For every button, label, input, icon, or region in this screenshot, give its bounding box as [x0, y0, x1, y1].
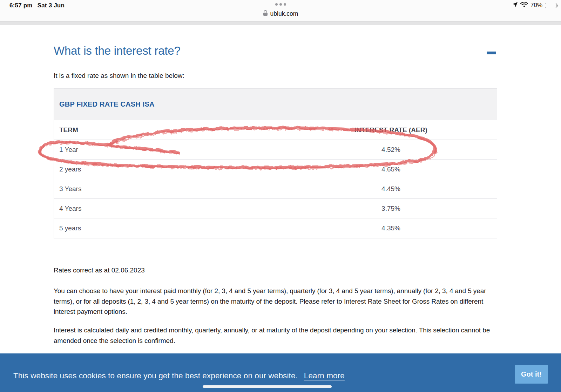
interest-calculation-paragraph: Interest is calculated daily and credite… [54, 325, 495, 346]
table-row: 2 years 4.65% [54, 160, 497, 179]
url-text: ubluk.com [270, 10, 298, 18]
rate-cell: 3.75% [285, 199, 497, 218]
status-icons: 70% [512, 2, 557, 9]
rate-cell: 4.52% [285, 140, 497, 159]
column-header-term: TERM [54, 120, 285, 140]
rate-cell: 4.45% [285, 179, 497, 198]
term-cell: 1 Year [54, 140, 285, 159]
interest-payment-paragraph: You can choose to have your interest pai… [54, 286, 495, 317]
cookie-message-text: This website uses cookies to ensure you … [13, 371, 298, 380]
term-cell: 4 Years [54, 199, 285, 218]
interest-rate-sheet-link[interactable]: Interest Rate Sheet [344, 298, 403, 305]
rate-cell: 4.65% [285, 160, 497, 179]
address-bar[interactable]: ubluk.com [0, 10, 561, 18]
home-indicator[interactable] [203, 385, 332, 388]
got-it-button[interactable]: Got it! [515, 365, 548, 384]
minus-collapse-icon[interactable] [487, 52, 496, 54]
battery-icon [545, 3, 557, 8]
learn-more-link[interactable]: Learn more [304, 371, 345, 380]
table-row: 5 years 4.35% [54, 218, 497, 238]
table-row: 1 Year 4.52% [54, 140, 497, 160]
table-caption: GBP FIXED RATE CASH ISA [54, 89, 497, 120]
table-row: 4 Years 3.75% [54, 199, 497, 218]
battery-percent: 70% [530, 2, 542, 9]
term-cell: 3 Years [54, 179, 285, 198]
rate-cell: 4.35% [285, 218, 497, 238]
wifi-icon [520, 2, 528, 9]
location-arrow-icon [512, 2, 518, 9]
table-row: 3 Years 4.45% [54, 179, 497, 199]
more-tabs-dots-icon[interactable] [0, 3, 561, 6]
table-header-row: TERM INTEREST RATE (AER) [54, 120, 497, 140]
column-header-rate: INTEREST RATE (AER) [285, 120, 497, 140]
rates-correct-note: Rates correct as at 02.06.2023 [54, 266, 145, 274]
cookie-banner: This website uses cookies to ensure you … [0, 353, 561, 392]
cookie-message: This website uses cookies to ensure you … [13, 371, 345, 380]
intro-text: It is a fixed rate as shown in the table… [54, 72, 184, 80]
page-title: What is the interest rate? [54, 44, 181, 58]
browser-chrome: 6:57 pm Sat 3 Jun ubluk.com 70% [0, 0, 561, 21]
term-cell: 5 years [54, 218, 285, 238]
page-content: What is the interest rate? It is a fixed… [0, 25, 561, 353]
lock-icon [263, 10, 268, 18]
page-top-strip [0, 21, 561, 25]
interest-rate-table: GBP FIXED RATE CASH ISA TERM INTEREST RA… [54, 88, 497, 238]
term-cell: 2 years [54, 160, 285, 179]
